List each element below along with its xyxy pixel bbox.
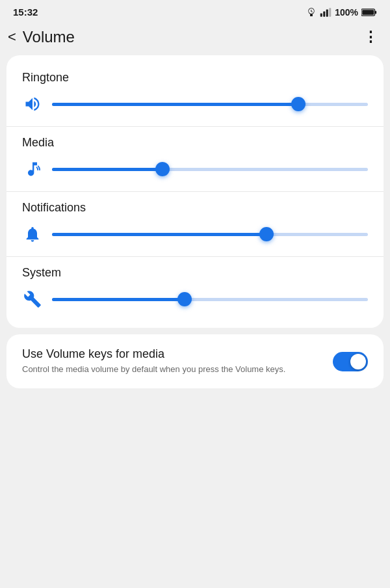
top-bar: < Volume ⋮ <box>0 21 390 55</box>
svg-rect-6 <box>375 10 376 13</box>
media-keys-card: Use Volume keys for media Control the me… <box>6 334 384 388</box>
bell-icon <box>22 224 43 245</box>
system-label: System <box>22 266 368 280</box>
status-bar: 15:32 100% <box>0 0 390 21</box>
notifications-slider-row <box>22 224 368 245</box>
svg-rect-0 <box>320 13 322 16</box>
speaker-icon <box>22 94 43 114</box>
wrench-icon <box>22 289 43 310</box>
ringtone-label: Ringtone <box>22 71 368 85</box>
media-keys-description: Control the media volume by default when… <box>22 364 322 375</box>
volume-card: Ringtone Media <box>6 55 384 328</box>
toggle-knob <box>350 354 366 369</box>
svg-rect-2 <box>326 9 328 16</box>
media-keys-text: Use Volume keys for media Control the me… <box>22 347 322 375</box>
notifications-slider[interactable] <box>52 228 368 241</box>
media-slider-row <box>22 159 368 180</box>
music-icon <box>22 159 43 180</box>
ringtone-section: Ringtone <box>6 62 384 126</box>
svg-rect-5 <box>362 10 374 15</box>
battery-percent: 100% <box>335 7 358 18</box>
battery-icon <box>361 8 377 17</box>
signal-icon <box>320 8 332 17</box>
media-section: Media <box>6 126 384 191</box>
ringtone-slider[interactable] <box>52 98 368 111</box>
status-icons: 100% <box>306 7 377 18</box>
top-bar-left: < Volume <box>8 28 75 46</box>
status-time: 15:32 <box>13 7 38 18</box>
notifications-label: Notifications <box>22 201 368 215</box>
svg-rect-3 <box>329 8 331 17</box>
media-keys-title: Use Volume keys for media <box>22 347 322 361</box>
system-section: System <box>6 256 384 321</box>
more-options-button[interactable]: ⋮ <box>363 29 378 46</box>
svg-rect-1 <box>323 11 325 16</box>
back-button[interactable]: < <box>8 29 16 46</box>
notifications-section: Notifications <box>6 191 384 256</box>
alarm-icon <box>306 7 317 18</box>
system-slider[interactable] <box>52 293 368 306</box>
ringtone-slider-row <box>22 94 368 114</box>
system-slider-row <box>22 289 368 310</box>
media-slider[interactable] <box>52 163 368 176</box>
page-title: Volume <box>23 28 75 46</box>
media-label: Media <box>22 136 368 150</box>
media-keys-toggle[interactable] <box>333 352 368 371</box>
